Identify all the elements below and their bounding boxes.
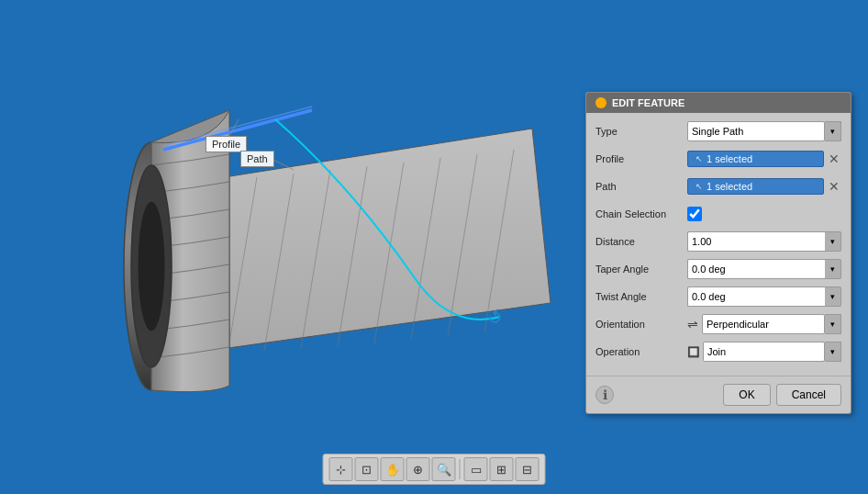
- twist-arrow[interactable]: ▾: [825, 286, 841, 307]
- pan-tool-btn[interactable]: ✋: [381, 457, 405, 481]
- chain-control: [687, 207, 841, 221]
- type-row: Type Single Path ▾: [595, 120, 841, 142]
- operation-control: 🔲 Join ▾: [687, 342, 841, 362]
- twist-control: ▾: [687, 286, 841, 307]
- svg-line-13: [163, 107, 312, 146]
- panel-body: Type Single Path ▾ Profile ↖ 1 sel: [586, 113, 851, 376]
- ok-button[interactable]: OK: [723, 384, 770, 406]
- type-control: Single Path ▾: [687, 121, 841, 141]
- path-row: Path ↖ 1 selected ✕: [595, 175, 841, 197]
- orientation-row: Orientation ⇌ Perpendicular ▾: [595, 313, 841, 335]
- path-sel-icon: ↖: [696, 182, 703, 191]
- taper-row: Taper Angle ▾: [595, 258, 841, 280]
- type-select[interactable]: Single Path: [687, 121, 825, 141]
- info-btn[interactable]: ℹ: [595, 386, 614, 404]
- zoom-tool-btn[interactable]: ⊕: [406, 457, 430, 481]
- chain-checkbox[interactable]: [687, 207, 702, 221]
- view-btn-2[interactable]: ⊞: [490, 457, 514, 481]
- header-icon: [595, 97, 606, 108]
- operation-select[interactable]: Join: [703, 342, 825, 362]
- view-btn-3[interactable]: ⊟: [516, 457, 540, 481]
- operation-dropdown[interactable]: Join ▾: [703, 342, 841, 362]
- toolbar-sep-1: [460, 459, 461, 479]
- orientation-icon: ⇌: [687, 317, 698, 331]
- path-selected-btn[interactable]: ↖ 1 selected: [687, 178, 824, 195]
- type-dropdown[interactable]: Single Path ▾: [687, 121, 841, 141]
- taper-input[interactable]: [687, 259, 825, 279]
- path-clear-btn[interactable]: ✕: [827, 179, 841, 194]
- type-label: Type: [595, 126, 687, 137]
- profile-row: Profile ↖ 1 selected ✕: [595, 148, 841, 170]
- path-value: 1 selected: [707, 181, 752, 192]
- profile-selected-btn[interactable]: ↖ 1 selected: [687, 151, 824, 167]
- profile-sel-icon: ↖: [696, 154, 703, 163]
- orientation-label: Orientation: [595, 319, 687, 330]
- taper-input-group: ▾: [687, 259, 841, 279]
- toolbar: ⊹ ⊡ ✋ ⊕ 🔍 ▭ ⊞ ⊟: [323, 454, 546, 485]
- magnify-btn[interactable]: 🔍: [432, 457, 456, 481]
- operation-label: Operation: [595, 346, 687, 357]
- orientation-wrapper: ⇌ Perpendicular ▾: [687, 314, 841, 334]
- orientation-control: ⇌ Perpendicular ▾: [687, 314, 841, 334]
- profile-control: ↖ 1 selected ✕: [687, 151, 841, 167]
- cancel-button[interactable]: Cancel: [776, 384, 841, 406]
- distance-arrow[interactable]: ▾: [825, 231, 841, 252]
- twist-label: Twist Angle: [595, 291, 687, 302]
- taper-control: ▾: [687, 259, 841, 279]
- operation-icon: 🔲: [687, 346, 700, 358]
- view-btn-1[interactable]: ▭: [464, 457, 488, 481]
- svg-point-11: [139, 202, 164, 331]
- panel-title: EDIT FEATURE: [612, 97, 684, 108]
- distance-label: Distance: [595, 236, 687, 247]
- profile-label-field: Profile: [595, 153, 687, 164]
- distance-control: ▾: [687, 231, 841, 252]
- operation-wrapper: 🔲 Join ▾: [687, 342, 841, 362]
- fit-view-btn[interactable]: ⊡: [355, 457, 379, 481]
- panel-footer: ℹ OK Cancel: [586, 376, 851, 413]
- profile-value: 1 selected: [707, 153, 752, 164]
- type-arrow[interactable]: ▾: [825, 121, 841, 141]
- twist-input[interactable]: [687, 286, 825, 307]
- svg-line-16: [257, 152, 294, 170]
- twist-row: Twist Angle ▾: [595, 286, 841, 308]
- chain-label: Chain Selection: [595, 208, 687, 219]
- 3d-viewport[interactable]: ↺ Profile Path ⊹ ⊡ ✋ ⊕ 🔍 ▭ ⊞ ⊟ EDIT FEAT…: [0, 0, 868, 494]
- profile-clear-btn[interactable]: ✕: [827, 152, 841, 166]
- orientation-arrow[interactable]: ▾: [825, 314, 841, 334]
- edit-feature-panel: EDIT FEATURE Type Single Path ▾ Profile: [585, 92, 851, 414]
- select-tool-btn[interactable]: ⊹: [329, 457, 353, 481]
- taper-label: Taper Angle: [595, 264, 687, 275]
- operation-arrow[interactable]: ▾: [825, 342, 841, 362]
- distance-input[interactable]: [687, 231, 825, 252]
- orientation-dropdown[interactable]: Perpendicular ▾: [702, 314, 841, 334]
- distance-row: Distance ▾: [595, 230, 841, 253]
- path-control: ↖ 1 selected ✕: [687, 178, 841, 195]
- twist-input-group: ▾: [687, 286, 841, 307]
- footer-buttons: OK Cancel: [723, 384, 841, 406]
- orientation-select[interactable]: Perpendicular: [702, 314, 825, 334]
- path-label-field: Path: [595, 181, 687, 192]
- operation-row: Operation 🔲 Join ▾: [595, 341, 841, 363]
- chain-row: Chain Selection: [595, 203, 841, 225]
- panel-header: EDIT FEATURE: [586, 93, 851, 113]
- taper-arrow[interactable]: ▾: [825, 259, 841, 279]
- distance-input-group: ▾: [687, 231, 841, 252]
